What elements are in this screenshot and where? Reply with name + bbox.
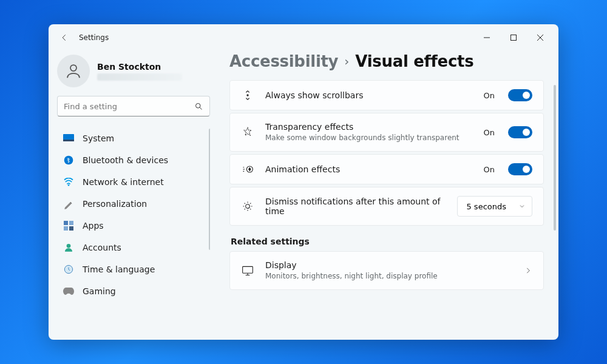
user-name: Ben Stockton xyxy=(97,62,182,72)
chevron-right-icon: › xyxy=(344,54,349,69)
setting-title: Always show scrollbars xyxy=(265,90,473,100)
nav-list: System Bluetooth & devices Network & int… xyxy=(57,127,210,334)
transparency-icon xyxy=(241,126,254,138)
svg-point-2 xyxy=(196,103,201,108)
chevron-right-icon xyxy=(524,266,532,275)
personalization-icon xyxy=(63,198,74,209)
display-icon xyxy=(241,265,254,276)
animation-icon xyxy=(241,164,254,174)
nav-label: Apps xyxy=(83,221,104,231)
setting-title: Display xyxy=(265,260,513,270)
setting-desc: Make some window backgrounds slightly tr… xyxy=(265,133,473,143)
settings-window: Settings Ben Stockton xyxy=(49,24,558,340)
transparency-toggle[interactable] xyxy=(508,126,532,138)
nav-label: Accounts xyxy=(83,243,121,252)
chevron-down-icon xyxy=(518,203,526,210)
toggle-state: On xyxy=(484,165,495,174)
svg-point-15 xyxy=(246,204,250,209)
nav-label: System xyxy=(83,133,114,143)
svg-rect-16 xyxy=(243,267,253,274)
nav-label: Gaming xyxy=(83,286,116,296)
related-settings-heading: Related settings xyxy=(231,237,544,246)
page-title: Visual effects xyxy=(355,52,473,70)
svg-point-11 xyxy=(67,244,71,248)
toggle-state: On xyxy=(484,128,495,137)
setting-title: Dismiss notifications after this amount … xyxy=(265,197,446,216)
back-button[interactable] xyxy=(53,27,75,49)
sidebar-scrollbar[interactable] xyxy=(209,129,210,250)
window-controls xyxy=(473,28,554,47)
system-icon xyxy=(63,133,74,144)
time-icon xyxy=(63,264,74,275)
svg-rect-7 xyxy=(64,221,68,225)
main-scrollbar[interactable] xyxy=(554,85,556,231)
gaming-icon xyxy=(63,286,74,297)
svg-point-6 xyxy=(68,184,70,186)
setting-dismiss-notifications[interactable]: Dismiss notifications after this amount … xyxy=(229,187,544,226)
nav-item-apps[interactable]: Apps xyxy=(57,215,210,237)
setting-transparency[interactable]: Transparency effects Make some window ba… xyxy=(229,113,544,152)
nav-label: Network & internet xyxy=(83,177,164,187)
user-email-redacted xyxy=(97,73,182,81)
profile[interactable]: Ben Stockton xyxy=(57,51,210,96)
nav-item-system[interactable]: System xyxy=(57,127,210,149)
search-input[interactable] xyxy=(64,102,194,111)
setting-desc: Monitors, brightness, night light, displ… xyxy=(265,271,513,281)
breadcrumb: Accessibility › Visual effects xyxy=(229,51,544,80)
setting-scrollbars[interactable]: Always show scrollbars On xyxy=(229,80,544,110)
dropdown-value: 5 seconds xyxy=(466,202,506,211)
nav-item-personalization[interactable]: Personalization xyxy=(57,193,210,215)
titlebar: Settings xyxy=(49,24,558,51)
brightness-icon xyxy=(241,200,254,212)
nav-item-accounts[interactable]: Accounts xyxy=(57,237,210,258)
apps-icon xyxy=(63,220,74,231)
main-content: Accessibility › Visual effects Always sh… xyxy=(219,51,558,340)
nav-item-gaming[interactable]: Gaming xyxy=(57,280,210,302)
svg-rect-10 xyxy=(69,226,73,231)
setting-title: Animation effects xyxy=(265,164,473,174)
nav-item-bluetooth[interactable]: Bluetooth & devices xyxy=(57,149,210,171)
svg-rect-0 xyxy=(511,35,517,41)
avatar xyxy=(57,55,90,87)
svg-rect-9 xyxy=(64,226,68,231)
scrollbars-toggle[interactable] xyxy=(508,89,532,101)
svg-point-1 xyxy=(70,65,76,71)
svg-point-13 xyxy=(247,95,248,96)
toggle-state: On xyxy=(484,91,495,100)
setting-title: Transparency effects xyxy=(265,122,473,132)
animation-toggle[interactable] xyxy=(508,163,532,175)
sidebar: Ben Stockton System Bluetooth & devices xyxy=(49,51,219,340)
setting-animation[interactable]: Animation effects On xyxy=(229,154,544,184)
nav-label: Personalization xyxy=(83,199,147,209)
scrollbars-icon xyxy=(241,89,254,101)
breadcrumb-parent[interactable]: Accessibility xyxy=(229,52,338,70)
search-box[interactable] xyxy=(57,96,210,116)
nav-label: Time & language xyxy=(83,265,155,274)
accounts-icon xyxy=(63,242,74,253)
dismiss-time-dropdown[interactable]: 5 seconds xyxy=(457,196,532,217)
bluetooth-icon xyxy=(63,155,74,166)
window-title: Settings xyxy=(79,33,109,42)
nav-item-network[interactable]: Network & internet xyxy=(57,171,210,193)
related-display[interactable]: Display Monitors, brightness, night ligh… xyxy=(229,251,544,290)
nav-label: Bluetooth & devices xyxy=(83,155,168,165)
maximize-button[interactable] xyxy=(500,28,527,47)
svg-rect-4 xyxy=(63,140,74,141)
minimize-button[interactable] xyxy=(473,28,500,47)
network-icon xyxy=(63,177,74,187)
close-button[interactable] xyxy=(527,28,554,47)
svg-rect-8 xyxy=(69,221,73,225)
nav-item-time[interactable]: Time & language xyxy=(57,258,210,280)
search-icon xyxy=(194,102,203,111)
